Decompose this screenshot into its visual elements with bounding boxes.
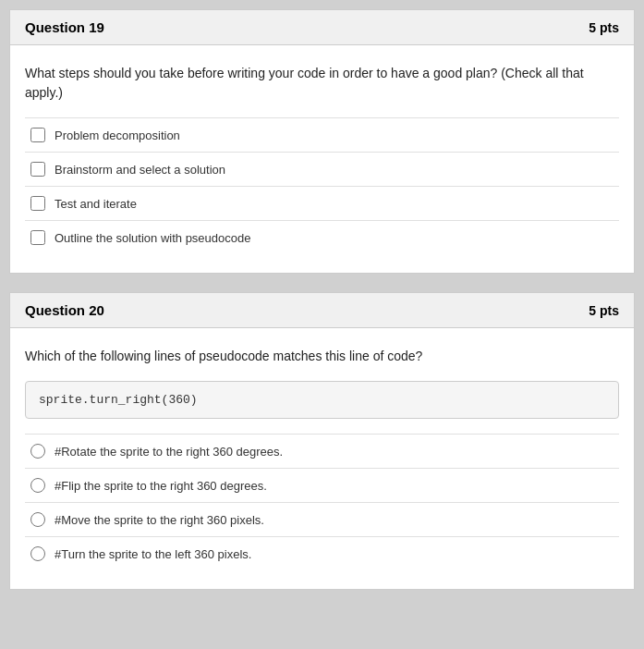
checkbox-q19-2[interactable] <box>30 196 45 211</box>
answer-label: #Turn the sprite to the left 360 pixels. <box>55 547 251 561</box>
question-20-options: #Rotate the sprite to the right 360 degr… <box>25 434 619 570</box>
list-item[interactable]: Test and iterate <box>25 186 619 220</box>
answer-label: Problem decomposition <box>55 129 180 142</box>
list-item[interactable]: Outline the solution with pseudocode <box>25 220 619 254</box>
radio-q20-0[interactable] <box>30 444 45 459</box>
code-block: sprite.turn_right(360) <box>25 381 619 419</box>
question-19-title: Question 19 <box>25 19 104 35</box>
list-item[interactable]: Problem decomposition <box>25 117 619 152</box>
list-item[interactable]: #Rotate the sprite to the right 360 degr… <box>25 434 619 468</box>
answer-label: #Rotate the sprite to the right 360 degr… <box>55 445 283 459</box>
list-item[interactable]: #Move the sprite to the right 360 pixels… <box>25 502 619 536</box>
answer-label: Brainstorm and select a solution <box>55 163 225 177</box>
question-20-header: Question 20 5 pts <box>10 293 634 328</box>
question-20-body: Which of the following lines of pseudoco… <box>10 328 634 589</box>
list-item[interactable]: #Turn the sprite to the left 360 pixels. <box>25 536 619 570</box>
answer-label: #Move the sprite to the right 360 pixels… <box>55 513 264 527</box>
question-19-header: Question 19 5 pts <box>10 10 634 45</box>
answer-label: #Flip the sprite to the right 360 degree… <box>55 479 267 493</box>
answer-label: Outline the solution with pseudocode <box>55 231 250 245</box>
checkbox-q19-3[interactable] <box>30 230 45 245</box>
question-20-title: Question 20 <box>25 302 104 318</box>
answer-label: Test and iterate <box>55 197 137 211</box>
question-20-text: Which of the following lines of pseudoco… <box>25 347 619 366</box>
question-19-pts: 5 pts <box>589 20 619 35</box>
question-19-card: Question 19 5 pts What steps should you … <box>9 9 635 274</box>
question-19-options: Problem decomposition Brainstorm and sel… <box>25 117 619 254</box>
question-19-body: What steps should you take before writin… <box>10 45 634 273</box>
checkbox-q19-1[interactable] <box>30 162 45 177</box>
list-item[interactable]: Brainstorm and select a solution <box>25 152 619 186</box>
question-19-text: What steps should you take before writin… <box>25 64 619 103</box>
list-item[interactable]: #Flip the sprite to the right 360 degree… <box>25 468 619 502</box>
question-20-card: Question 20 5 pts Which of the following… <box>9 292 635 590</box>
radio-q20-2[interactable] <box>30 512 45 527</box>
checkbox-q19-0[interactable] <box>30 128 45 142</box>
radio-q20-1[interactable] <box>30 478 45 493</box>
question-20-pts: 5 pts <box>589 303 619 318</box>
radio-q20-3[interactable] <box>30 546 45 561</box>
